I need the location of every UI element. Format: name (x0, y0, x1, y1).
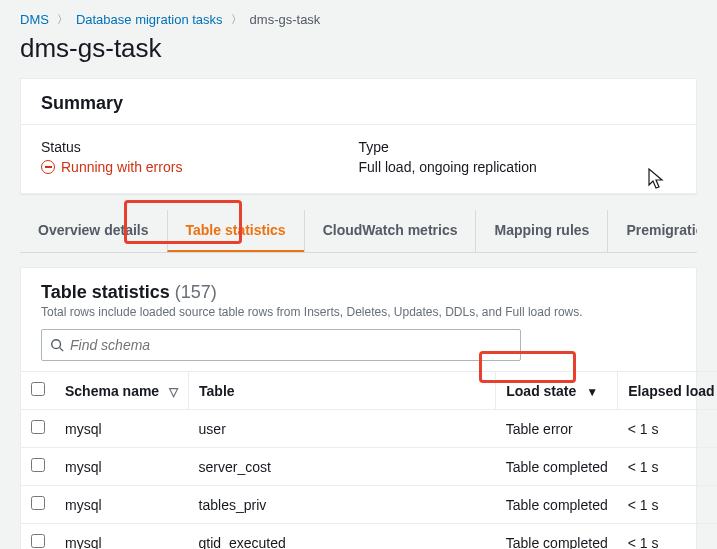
col-table-label: Table (199, 383, 235, 399)
breadcrumb-current: dms-gs-task (250, 12, 321, 27)
error-icon (41, 160, 55, 174)
cell-schema: mysql (55, 486, 189, 524)
col-load-state-label: Load state (506, 383, 576, 399)
tab-premigration-assessments[interactable]: Premigration assessments (607, 210, 697, 252)
row-checkbox[interactable] (31, 496, 45, 510)
col-table[interactable]: Table (189, 372, 496, 410)
col-load-state[interactable]: Load state ▼ (496, 372, 618, 410)
chevron-right-icon: 〉 (231, 12, 242, 27)
summary-heading: Summary (21, 79, 696, 124)
cell-table: gtid_executed (189, 524, 496, 550)
status-value: Running with errors (41, 159, 359, 175)
type-label: Type (359, 139, 677, 155)
page-title: dms-gs-task (20, 33, 697, 64)
sort-icon: ▽ (169, 385, 178, 399)
svg-point-0 (52, 340, 61, 349)
table-stats-panel: Table statistics (157) Total rows includ… (20, 267, 697, 549)
table-stats-title-text: Table statistics (41, 282, 170, 302)
table-row: mysqlgtid_executedTable completed< 1 s (21, 524, 717, 550)
search-input[interactable] (70, 337, 512, 353)
cell-load-state: Table error (496, 410, 618, 448)
breadcrumb-tasks[interactable]: Database migration tasks (76, 12, 223, 27)
col-schema[interactable]: Schema name ▽ (55, 372, 189, 410)
stats-table: Schema name ▽ Table Load state ▼ Elapsed… (21, 371, 717, 549)
table-stats-title: Table statistics (157) (21, 268, 696, 305)
cell-table: server_cost (189, 448, 496, 486)
tabs: Overview details Table statistics CloudW… (20, 210, 697, 253)
row-checkbox[interactable] (31, 458, 45, 472)
tab-table-statistics[interactable]: Table statistics (167, 210, 304, 252)
col-schema-label: Schema name (65, 383, 159, 399)
sort-icon: ▼ (586, 385, 598, 399)
search-input-wrap[interactable] (41, 329, 521, 361)
breadcrumb-root[interactable]: DMS (20, 12, 49, 27)
cell-elapsed: < 1 s (618, 410, 717, 448)
cell-schema: mysql (55, 410, 189, 448)
type-value: Full load, ongoing replication (359, 159, 677, 175)
cell-elapsed: < 1 s (618, 524, 717, 550)
row-checkbox[interactable] (31, 420, 45, 434)
svg-line-1 (60, 348, 64, 352)
table-row: mysqlserver_costTable completed< 1 s (21, 448, 717, 486)
cell-load-state: Table completed (496, 524, 618, 550)
table-row: mysqltables_privTable completed< 1 s (21, 486, 717, 524)
breadcrumb: DMS 〉 Database migration tasks 〉 dms-gs-… (20, 12, 697, 27)
select-all-checkbox[interactable] (31, 382, 45, 396)
cell-table: tables_priv (189, 486, 496, 524)
cell-elapsed: < 1 s (618, 486, 717, 524)
cursor-icon (647, 167, 667, 191)
cell-elapsed: < 1 s (618, 448, 717, 486)
cell-table: user (189, 410, 496, 448)
table-stats-count: (157) (175, 282, 217, 302)
status-text: Running with errors (61, 159, 182, 175)
summary-panel: Summary Status Running with errors Type … (20, 78, 697, 194)
table-stats-subtitle: Total rows include loaded source table r… (21, 305, 696, 329)
col-elapsed-label: Elapsed load time (628, 383, 717, 399)
col-elapsed[interactable]: Elapsed load time (618, 372, 717, 410)
chevron-right-icon: 〉 (57, 12, 68, 27)
row-checkbox[interactable] (31, 534, 45, 548)
cell-schema: mysql (55, 524, 189, 550)
cell-load-state: Table completed (496, 486, 618, 524)
status-label: Status (41, 139, 359, 155)
tab-overview-details[interactable]: Overview details (20, 210, 167, 252)
tab-mapping-rules[interactable]: Mapping rules (475, 210, 607, 252)
cell-schema: mysql (55, 448, 189, 486)
search-icon (50, 338, 64, 352)
table-row: mysqluserTable error< 1 s (21, 410, 717, 448)
cell-load-state: Table completed (496, 448, 618, 486)
tab-cloudwatch-metrics[interactable]: CloudWatch metrics (304, 210, 476, 252)
